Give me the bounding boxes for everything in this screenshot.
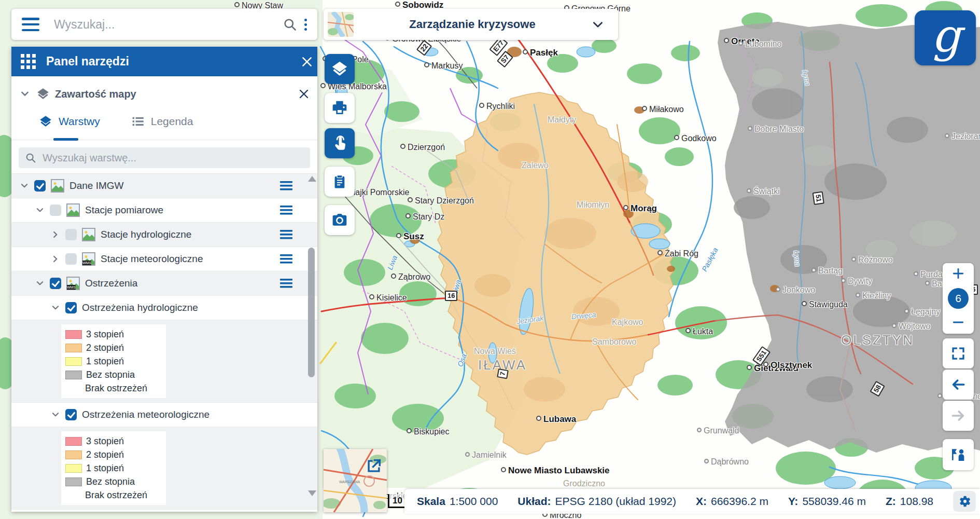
- camera-icon: [331, 212, 348, 228]
- layer-checkbox[interactable]: [65, 302, 77, 313]
- layer-search-input[interactable]: [41, 152, 310, 165]
- legend-swatch: [65, 344, 82, 352]
- map-label: Stawiguda: [802, 300, 848, 309]
- clipboard-icon: [332, 174, 347, 189]
- scrollbar[interactable]: [307, 175, 315, 511]
- print-tool-button[interactable]: [325, 93, 355, 123]
- scroll-down-icon[interactable]: [308, 490, 316, 496]
- layer-row[interactable]: Działalność Państwowej Służby: [11, 510, 317, 512]
- layer-row[interactable]: Stacje hydrologiczne: [11, 223, 317, 247]
- chevron-down-icon[interactable]: [20, 89, 30, 99]
- svg-text:WARSZAWA: WARSZAWA: [339, 480, 360, 484]
- panel-close-icon[interactable]: [297, 51, 317, 72]
- image-layer-icon: [82, 228, 95, 241]
- map-label: Markusy: [424, 61, 463, 71]
- map-label: Ząbrowo: [391, 272, 430, 282]
- layers-tool-button[interactable]: [325, 54, 355, 84]
- coord-x-value: 666396.2 m: [711, 495, 768, 508]
- fullscreen-icon: [950, 346, 966, 361]
- history-forward-button[interactable]: [943, 401, 974, 431]
- layer-checkbox[interactable]: [65, 409, 77, 420]
- more-options-icon[interactable]: [304, 19, 307, 31]
- overview-minimap[interactable]: WARSZAWA: [324, 449, 387, 512]
- zoom-in-button[interactable]: [948, 266, 968, 282]
- map-label: Wójtowo: [892, 322, 930, 331]
- scale-label: Skala: [417, 495, 445, 508]
- layer-menu-icon[interactable]: [280, 205, 292, 215]
- map-label: Świątki: [747, 187, 780, 196]
- map-label: Dywity: [841, 277, 872, 286]
- map-label: Jamielnik: [465, 450, 507, 460]
- layer-row[interactable]: Ostrzeżenia hydrologiczne: [11, 296, 317, 320]
- layers-icon: [36, 87, 50, 101]
- chevron-right-icon[interactable]: [51, 254, 60, 264]
- legend-item: 1 stopień: [65, 461, 162, 475]
- layer-menu-icon[interactable]: [280, 254, 292, 264]
- clipboard-tool-button[interactable]: [325, 167, 355, 197]
- layer-checkbox[interactable]: [65, 253, 77, 265]
- legend-label: Bez stopnia: [86, 476, 135, 487]
- layer-legend: 3 stopień2 stopień1 stopieńBez stopniaBr…: [11, 320, 317, 403]
- menu-icon[interactable]: [22, 18, 39, 31]
- legend-label: 1 stopień: [86, 356, 124, 367]
- tools-panel: Panel narzędzi Zawartość mapy Warstwy: [11, 47, 317, 512]
- chevron-down-icon[interactable]: [35, 279, 45, 288]
- map-label: Dąbrówno: [704, 457, 749, 467]
- layer-row[interactable]: Stacje pomiarowe: [11, 198, 317, 223]
- legend-label: 2 stopień: [86, 449, 124, 460]
- apps-grid-icon: [21, 54, 36, 69]
- tab-label: Warstwy: [59, 115, 100, 128]
- layer-row[interactable]: Ostrzeżenia meteorologiczne: [11, 403, 317, 427]
- scroll-up-icon[interactable]: [308, 176, 316, 182]
- layer-checkbox[interactable]: [65, 229, 77, 240]
- layer-row[interactable]: Dane IMGW: [11, 174, 317, 198]
- map-label: Nowa Wieś: [474, 347, 516, 356]
- scrollbar-thumb[interactable]: [308, 248, 315, 377]
- profile-dropdown[interactable]: Zarządzanie kryzysowe: [324, 9, 618, 40]
- settings-button[interactable]: [953, 491, 976, 512]
- open-in-new-icon[interactable]: [365, 457, 383, 476]
- map-label: Morąg: [623, 203, 657, 214]
- app-logo[interactable]: g: [915, 10, 976, 65]
- legend-label: 3 stopień: [86, 329, 124, 340]
- map-label: Łęgajny: [904, 307, 940, 317]
- map-label: Biskupiec: [407, 427, 449, 436]
- chevron-down-icon[interactable]: [51, 410, 60, 419]
- street-view-button[interactable]: [943, 439, 974, 470]
- layer-tree: Dane IMGWStacje pomiaroweStacje hydrolog…: [11, 173, 317, 512]
- map-label: Łyna: [801, 70, 812, 87]
- layer-menu-icon[interactable]: [280, 229, 292, 240]
- camera-tool-button[interactable]: [325, 205, 355, 235]
- coord-x-label: X:: [696, 495, 707, 508]
- chevron-right-icon[interactable]: [51, 230, 60, 239]
- crs-label: Układ:: [517, 495, 551, 508]
- section-close-icon[interactable]: [293, 84, 314, 104]
- chevron-down-icon[interactable]: [591, 18, 605, 31]
- layer-checkbox[interactable]: [34, 180, 46, 192]
- history-back-button[interactable]: [943, 370, 974, 400]
- layer-checkbox[interactable]: [50, 278, 61, 289]
- layer-row[interactable]: WMSStacje meteorologiczne: [11, 247, 317, 271]
- tab-label: Legenda: [151, 115, 193, 128]
- search-input[interactable]: [53, 17, 279, 32]
- tab-warstwy[interactable]: Warstwy: [39, 111, 100, 128]
- tab-legenda[interactable]: Legenda: [131, 111, 193, 128]
- legend-item: Brak ostrzeżeń: [65, 488, 162, 502]
- search-icon[interactable]: [279, 17, 300, 32]
- map-content-section-header[interactable]: Zawartość mapy: [11, 80, 317, 107]
- search-icon: [25, 152, 36, 163]
- layer-checkbox[interactable]: [50, 204, 61, 216]
- fullscreen-button[interactable]: [943, 338, 974, 368]
- gear-icon: [957, 494, 972, 509]
- arrow-right-icon: [950, 407, 967, 424]
- chevron-down-icon[interactable]: [35, 206, 45, 215]
- layer-row[interactable]: WMSOstrzeżenia: [11, 271, 317, 296]
- zoom-out-button[interactable]: [948, 315, 968, 331]
- chevron-down-icon[interactable]: [51, 303, 60, 312]
- chevron-down-icon[interactable]: [20, 181, 29, 190]
- identify-tool-button[interactable]: [325, 128, 355, 158]
- layer-menu-icon[interactable]: [280, 181, 292, 191]
- panel-tabs: Warstwy Legenda: [11, 111, 317, 140]
- map-label: Stary Dz: [405, 212, 444, 222]
- layer-menu-icon[interactable]: [280, 278, 292, 289]
